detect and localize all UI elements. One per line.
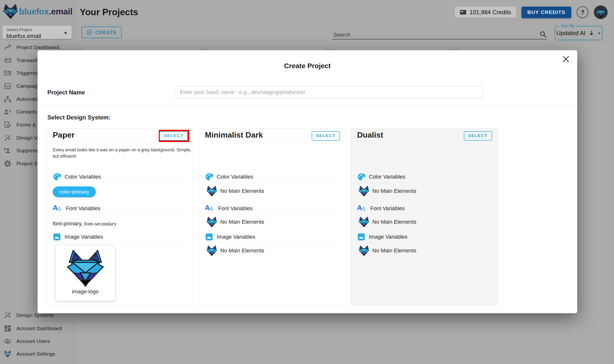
select-design-system-label: Select Design System:: [47, 114, 110, 121]
fox-icon: [359, 217, 369, 227]
image-caption: image-logo: [56, 288, 115, 295]
fox-icon: [206, 245, 217, 256]
font-variable-values: font-primary, font-secondary: [53, 221, 117, 227]
select-minimalist-dark-button[interactable]: SELECT: [312, 131, 340, 141]
buy-credits-button[interactable]: BUY CREDITS: [521, 7, 571, 18]
image-variables-section: Image Variables: [357, 232, 491, 242]
color-variables-section: Color Variables: [357, 172, 491, 182]
card-title: Minimalist Dark: [205, 130, 263, 140]
wand-icon: [4, 312, 11, 319]
credits-badge[interactable]: 101,984 Credits: [455, 7, 516, 18]
wand-icon: [4, 134, 11, 142]
color-variables-section: Color Variables: [53, 172, 187, 182]
fox-logo-image: [67, 250, 104, 287]
fox-icon: [4, 350, 11, 358]
help-button[interactable]: ?: [577, 6, 588, 18]
header-actions: 101,984 Credits BUY CREDITS ?: [455, 0, 608, 25]
card-title: Dualist: [357, 130, 383, 140]
font-variables-section: AA Font Variables: [205, 204, 339, 213]
grid-icon: [4, 325, 11, 332]
brand-name: bluefox.email: [19, 7, 72, 16]
tree-icon: [4, 95, 11, 103]
sidebar-item-account-settings[interactable]: Account Settings: [0, 348, 75, 360]
app-logo[interactable]: bluefox.email: [3, 4, 72, 19]
create-project-button[interactable]: CREATE: [81, 26, 122, 38]
sidebar-item-account-users[interactable]: Account Users: [0, 335, 75, 348]
app-header: Your Projects 101,984 Credits BUY CREDIT…: [75, 0, 614, 25]
chart-icon: [4, 44, 11, 51]
contacts-icon: [4, 108, 11, 116]
font-icon: AA: [53, 204, 63, 213]
person-x-icon: [4, 147, 11, 154]
design-card-paper: Paper SELECT Every email looks like it w…: [46, 128, 193, 305]
palette-icon: [53, 173, 61, 181]
dialog-title: Create Project: [38, 62, 577, 70]
gear-icon: [4, 160, 11, 167]
image-logo-tile[interactable]: image-logo: [55, 245, 115, 301]
card-description: Every email looks like it was on a paper…: [53, 147, 191, 159]
font-icon: AA: [357, 204, 367, 213]
sort-by-select[interactable]: Sort By Updated At ▼: [555, 26, 602, 40]
plus-circle-icon: [86, 29, 92, 35]
image-variables-section: Image Variables: [205, 232, 339, 242]
image-icon: [357, 233, 365, 241]
select-paper-button[interactable]: SELECT: [160, 131, 188, 141]
palette-icon: [357, 173, 365, 181]
project-select-value: bluefox.email: [6, 33, 68, 39]
search-placeholder: Search: [333, 32, 350, 38]
project-name-label: Project Name: [47, 89, 85, 96]
sort-by-value: Updated At: [556, 30, 586, 37]
font-variables-section: AA Font Variables: [357, 204, 491, 213]
projects-toolbar: CREATE Search Sort By Updated At ▼: [75, 25, 614, 42]
color-primary-chip[interactable]: color-primary: [53, 186, 96, 197]
fox-icon: [359, 186, 369, 196]
mail-list-icon: [4, 57, 11, 64]
project-select-label: Select Project: [6, 27, 68, 32]
chevron-down-icon: ▼: [63, 31, 68, 36]
fox-icon: [206, 217, 217, 227]
arrow-down-icon[interactable]: [588, 30, 594, 36]
fox-icon: [206, 186, 217, 196]
project-name-input[interactable]: [175, 86, 483, 98]
mail-alert-icon: [4, 69, 11, 77]
fox-icon: [359, 245, 369, 256]
font-icon: AA: [205, 204, 215, 213]
create-project-dialog: Create Project Project Name Select Desig…: [38, 50, 577, 313]
credits-count: 101,984 Credits: [469, 9, 511, 16]
users-icon: [4, 338, 11, 345]
design-system-cards: Paper SELECT Every email looks like it w…: [46, 128, 498, 305]
app-root: bluefox.email Select Project bluefox.ema…: [0, 0, 614, 364]
sort-by-label: Sort By: [559, 24, 576, 28]
fox-avatar-icon: [595, 7, 606, 18]
font-variables-section: AA Font Variables: [53, 204, 187, 213]
avatar[interactable]: [594, 5, 608, 19]
color-variables-section: Color Variables: [205, 172, 339, 182]
credit-card-icon: [460, 9, 467, 16]
sidebar-item-account-dashboard[interactable]: Account Dashboard: [0, 322, 75, 335]
project-select-dropdown[interactable]: Select Project bluefox.email ▼: [2, 26, 72, 39]
search-icon: [539, 31, 547, 38]
palette-icon: [205, 173, 213, 181]
image-variables-section: Image Variables: [53, 232, 187, 242]
search-input[interactable]: Search: [332, 29, 547, 39]
image-icon: [53, 233, 61, 241]
design-card-dualist: Dualist SELECT Color Variables No Main E…: [350, 128, 498, 305]
select-dualist-button[interactable]: SELECT: [464, 131, 492, 141]
image-icon: [205, 233, 213, 241]
sidebar-divider: [2, 321, 72, 321]
page-title: Your Projects: [80, 0, 138, 25]
dialog-divider: [38, 105, 577, 105]
design-card-minimalist-dark: Minimalist Dark SELECT Color Variables N…: [198, 128, 346, 305]
campaign-icon: [4, 82, 11, 90]
bluefox-logo-icon: [3, 4, 18, 19]
card-title: Paper: [53, 130, 75, 140]
form-icon: [4, 121, 11, 129]
chevron-down-icon: ▼: [597, 31, 601, 35]
